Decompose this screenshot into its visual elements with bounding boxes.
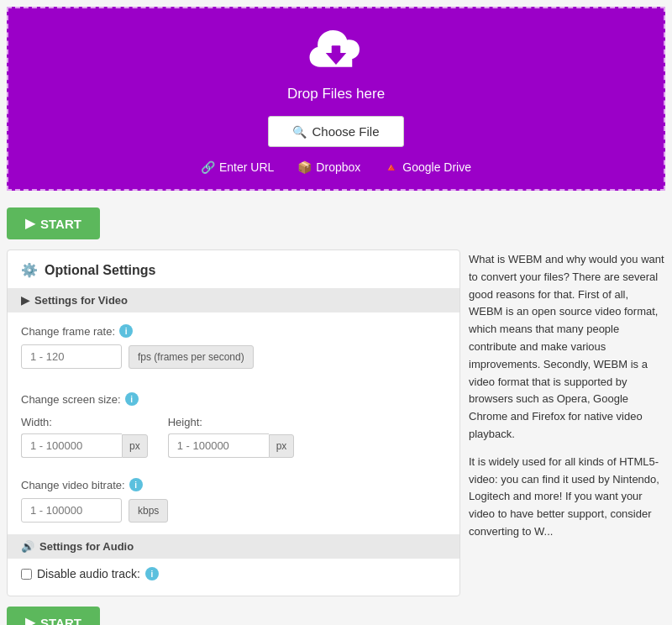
info-paragraph-1: What is WEBM and why would you want to c…	[469, 251, 665, 444]
disable-audio-row: Disable audio track: i	[8, 559, 459, 589]
choose-file-button[interactable]: 🔍 Choose File	[268, 116, 403, 147]
chevron-right-icon-bottom: ▶	[25, 615, 35, 625]
google-drive-link[interactable]: 🔺 Google Drive	[384, 160, 471, 174]
start-button-top[interactable]: ▶ START	[7, 207, 100, 239]
drop-files-text: Drop Files here	[287, 86, 385, 102]
settings-panel: ⚙️ Optional Settings ▶ Settings for Vide…	[7, 249, 460, 596]
google-drive-icon: 🔺	[384, 160, 398, 174]
bitrate-input-group: kbps	[21, 498, 446, 523]
height-unit: px	[269, 434, 295, 458]
drop-zone[interactable]: Drop Files here 🔍 Choose File 🔗 Enter UR…	[7, 7, 665, 191]
chevron-right-icon: ▶	[25, 216, 35, 231]
height-group: Height: px	[168, 416, 295, 458]
source-links: 🔗 Enter URL 📦 Dropbox 🔺 Google Drive	[201, 160, 471, 174]
frame-rate-info-icon[interactable]: i	[119, 324, 133, 338]
dropbox-icon: 📦	[297, 160, 312, 174]
fps-unit-label: fps (frames per second)	[129, 345, 254, 369]
info-paragraph-2: It is widely used for all kinds of HTML5…	[469, 454, 665, 541]
video-section-header: ▶ Settings for Video	[8, 288, 459, 312]
frame-rate-label: Change frame rate: i	[21, 324, 446, 338]
width-label: Width:	[21, 416, 148, 428]
height-input-wrap: px	[168, 433, 295, 458]
size-row: Width: px Height: px	[8, 416, 459, 466]
cloud-upload-icon	[307, 25, 365, 79]
video-icon: ▶	[21, 294, 29, 307]
start-button-bottom[interactable]: ▶ START	[7, 607, 100, 625]
disable-audio-checkbox[interactable]	[21, 569, 32, 580]
screen-size-row: Change screen size: i	[8, 381, 459, 416]
frame-rate-input-group: fps (frames per second)	[21, 344, 446, 369]
bitrate-label: Change video bitrate: i	[21, 478, 446, 491]
height-input[interactable]	[168, 433, 269, 458]
disable-audio-info-icon[interactable]: i	[145, 567, 159, 580]
screen-size-info-icon[interactable]: i	[125, 392, 139, 406]
info-panel: What is WEBM and why would you want to c…	[469, 249, 665, 596]
disable-audio-label: Disable audio track:	[37, 567, 140, 580]
start-label-bottom: START	[40, 616, 81, 626]
height-label: Height:	[168, 416, 295, 428]
gear-icon: ⚙️	[21, 262, 38, 278]
search-icon: 🔍	[292, 125, 307, 139]
frame-rate-row: Change frame rate: i fps (frames per sec…	[8, 312, 459, 381]
audio-section-header: 🔊 Settings for Audio	[8, 534, 459, 559]
start-label-top: START	[40, 217, 81, 231]
bitrate-info-icon[interactable]: i	[129, 478, 143, 491]
width-group: Width: px	[21, 416, 148, 458]
bitrate-input[interactable]	[21, 498, 122, 523]
width-input[interactable]	[21, 433, 122, 458]
settings-title: ⚙️ Optional Settings	[8, 250, 459, 288]
screen-size-label: Change screen size: i	[21, 392, 446, 406]
choose-file-label: Choose File	[312, 124, 379, 139]
bitrate-row: Change video bitrate: i kbps	[8, 466, 459, 534]
audio-icon: 🔊	[21, 540, 34, 553]
kbps-unit-label: kbps	[129, 499, 168, 523]
dropbox-link[interactable]: 📦 Dropbox	[297, 160, 360, 174]
width-input-wrap: px	[21, 433, 148, 458]
width-unit: px	[122, 434, 148, 458]
enter-url-link[interactable]: 🔗 Enter URL	[201, 160, 274, 174]
link-icon: 🔗	[201, 160, 215, 174]
main-content: ⚙️ Optional Settings ▶ Settings for Vide…	[0, 249, 672, 596]
frame-rate-input[interactable]	[21, 344, 122, 369]
